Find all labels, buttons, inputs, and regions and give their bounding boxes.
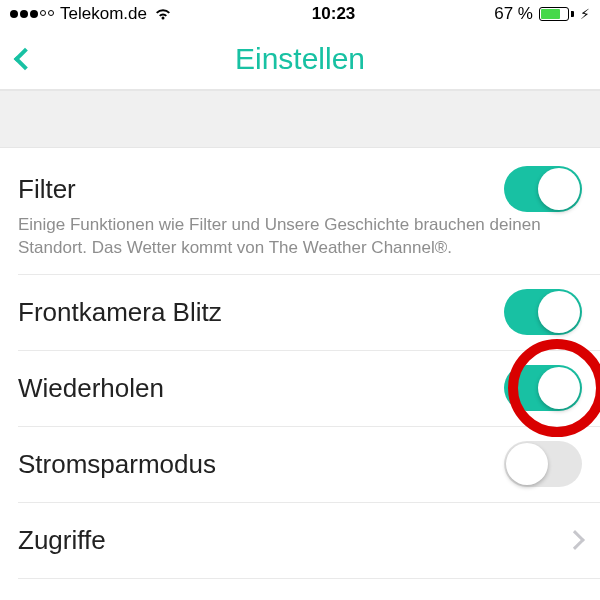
row-front-flash: Frontkamera Blitz bbox=[0, 275, 600, 350]
row-label-filter: Filter bbox=[18, 174, 76, 205]
divider bbox=[18, 578, 600, 579]
signal-strength-icon bbox=[10, 10, 54, 18]
toggle-filter[interactable] bbox=[504, 166, 582, 212]
battery-icon bbox=[539, 7, 574, 21]
back-button[interactable] bbox=[14, 41, 36, 77]
toggle-replay[interactable] bbox=[504, 365, 582, 411]
navigation-bar: Einstellen bbox=[0, 28, 600, 90]
row-label-front-flash: Frontkamera Blitz bbox=[18, 297, 222, 328]
section-gap bbox=[0, 90, 600, 148]
row-replay: Wiederholen bbox=[0, 351, 600, 426]
row-permissions[interactable]: Zugriffe bbox=[0, 503, 600, 578]
chevron-left-icon bbox=[14, 47, 37, 70]
row-label-powersave: Stromsparmodus bbox=[18, 449, 216, 480]
toggle-front-flash[interactable] bbox=[504, 289, 582, 335]
chevron-right-icon bbox=[565, 530, 585, 550]
battery-percent: 67 % bbox=[494, 4, 533, 24]
filter-subtext: Einige Funktionen wie Filter und Unsere … bbox=[0, 212, 600, 274]
status-bar-left: Telekom.de bbox=[10, 4, 173, 24]
wifi-icon bbox=[153, 7, 173, 21]
page-title: Einstellen bbox=[235, 42, 365, 76]
status-bar: Telekom.de 10:23 67 % ⚡︎ bbox=[0, 0, 600, 28]
row-label-replay: Wiederholen bbox=[18, 373, 164, 404]
status-bar-right: 67 % ⚡︎ bbox=[494, 4, 590, 24]
row-label-permissions: Zugriffe bbox=[18, 525, 106, 556]
clock: 10:23 bbox=[312, 4, 355, 24]
carrier-label: Telekom.de bbox=[60, 4, 147, 24]
toggle-powersave[interactable] bbox=[504, 441, 582, 487]
charging-icon: ⚡︎ bbox=[580, 6, 590, 22]
row-filter: Filter bbox=[0, 148, 600, 212]
settings-list: Filter Einige Funktionen wie Filter und … bbox=[0, 148, 600, 579]
row-powersave: Stromsparmodus bbox=[0, 427, 600, 502]
